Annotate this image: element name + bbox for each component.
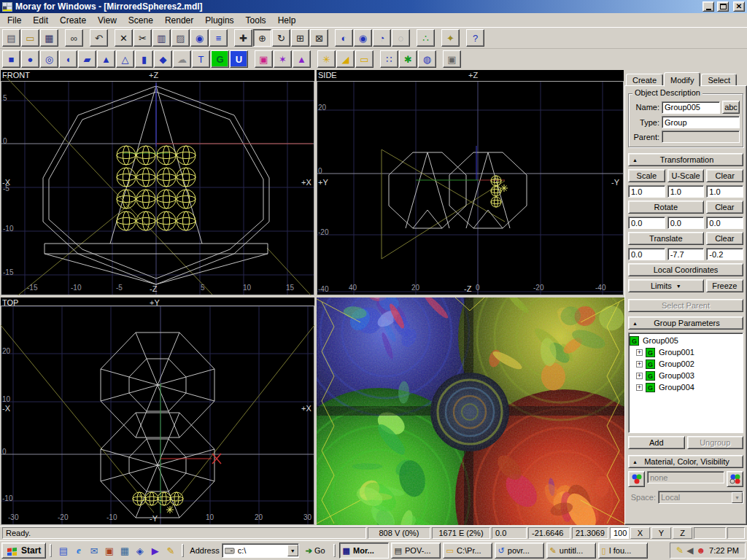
translate-z-field[interactable]: [706, 248, 743, 260]
create-lathe-button[interactable]: ◆: [154, 50, 172, 68]
pan-view-button[interactable]: ✚: [234, 29, 252, 47]
title-bar[interactable]: Moray for Windows - [MirroredSpheres2.md…: [0, 0, 747, 13]
create-difference-button[interactable]: ▣: [255, 50, 273, 68]
abc-button[interactable]: abc: [722, 101, 740, 114]
tree-item-group003[interactable]: +GGroup003: [630, 370, 742, 381]
paste-button[interactable]: ▨: [171, 29, 190, 47]
create-box-button[interactable]: ■: [2, 50, 20, 68]
delete-object-button[interactable]: ✕: [115, 29, 133, 47]
menu-help[interactable]: Help: [272, 14, 302, 27]
menu-tools[interactable]: Tools: [240, 14, 272, 27]
scale-y-field[interactable]: [667, 185, 705, 198]
graphics-tray-icon[interactable]: ✎: [676, 545, 684, 556]
create-intersection-button[interactable]: ✶: [274, 50, 292, 68]
new-file-button[interactable]: ▤: [2, 29, 20, 47]
save-file-button[interactable]: ▦: [40, 29, 58, 47]
axis-y-toggle[interactable]: Y: [651, 527, 671, 539]
expand-icon[interactable]: +: [636, 384, 643, 391]
restore-button[interactable]: [717, 1, 729, 12]
rotate-object-button[interactable]: ↻: [272, 29, 290, 47]
calculator-icon[interactable]: ▦: [117, 543, 132, 558]
viewport-front[interactable]: FRONT+Z-X+X-Z50-5-10-15-15-10-551015: [1, 70, 314, 295]
tile-viewports-button[interactable]: ⊠: [310, 29, 328, 47]
create-simulation-button[interactable]: ✱: [399, 50, 417, 68]
taskbar-grip[interactable]: [50, 544, 52, 557]
menu-plugins[interactable]: Plugins: [199, 14, 239, 27]
material-header[interactable]: ▲ Material, Color, Visibility: [628, 455, 743, 468]
create-sphere-button[interactable]: ●: [21, 50, 39, 68]
create-union-button[interactable]: U: [230, 50, 248, 68]
tab-create[interactable]: Create: [626, 74, 663, 86]
help-button[interactable]: ?: [466, 29, 484, 47]
wireframe-options-button[interactable]: ≡: [209, 29, 228, 47]
material-browse-button[interactable]: [628, 471, 645, 487]
open-file-button[interactable]: ▭: [21, 29, 39, 47]
address-input[interactable]: c:\ ▼: [222, 543, 299, 558]
expand-icon[interactable]: +: [636, 361, 643, 368]
rotate-z-field[interactable]: [706, 217, 743, 229]
ungroup-button[interactable]: Ungroup: [687, 436, 744, 449]
freeze-button[interactable]: Freeze: [706, 279, 743, 292]
create-area-light-button[interactable]: ▭: [355, 50, 374, 68]
tab-select[interactable]: Select: [701, 74, 737, 86]
undo-button[interactable]: ↶: [90, 29, 108, 47]
create-cone-button[interactable]: ▲: [97, 50, 115, 68]
add-button[interactable]: Add: [628, 436, 685, 449]
task-button-ifou[interactable]: ▯I fou...: [598, 542, 648, 559]
rotate-clear-button[interactable]: Clear: [706, 201, 743, 214]
norton-icon[interactable]: ◈: [132, 543, 147, 558]
expand-icon[interactable]: +: [636, 373, 643, 379]
create-text-button[interactable]: T: [192, 50, 210, 68]
create-point-light-button[interactable]: ✳: [317, 50, 336, 68]
media-channels-icon[interactable]: ▣: [101, 543, 117, 558]
render-scene-button[interactable]: ◉: [354, 29, 372, 47]
go-button[interactable]: ➔ Go: [301, 543, 330, 558]
material-edit-button[interactable]: [727, 471, 743, 487]
create-bicone-button[interactable]: △: [116, 50, 134, 68]
render-preview-button[interactable]: ∞: [65, 29, 83, 47]
name-field[interactable]: [662, 101, 720, 114]
minimize-button[interactable]: [703, 1, 714, 12]
render-region-button[interactable]: ◔: [373, 29, 391, 47]
translate-y-field[interactable]: [667, 248, 705, 260]
create-disc-button[interactable]: ◖: [59, 50, 77, 68]
create-spot-light-button[interactable]: ◢: [336, 50, 355, 68]
rotate-x-field[interactable]: [628, 217, 665, 229]
axis-z-toggle[interactable]: Z: [673, 527, 692, 539]
limits-button[interactable]: Limits ▼: [628, 279, 704, 292]
menu-scene[interactable]: Scene: [123, 14, 159, 27]
task-button-pov[interactable]: ▤POV-...: [391, 542, 441, 559]
cut-button[interactable]: ✂: [133, 29, 152, 47]
internet-explorer-icon[interactable]: e: [71, 543, 86, 558]
scale-button[interactable]: Scale: [628, 169, 665, 182]
group-parameters-header[interactable]: ▲ Group Parameters: [628, 316, 743, 330]
create-blob-button[interactable]: ☁: [173, 50, 191, 68]
maximize-viewport-button[interactable]: ⊞: [291, 29, 309, 47]
tab-modify[interactable]: Modify: [664, 72, 700, 87]
viewport-top[interactable]: TOP+Y-X+X-Y20100-10-30-20-10102030: [1, 298, 314, 525]
chevron-down-icon[interactable]: ▼: [287, 545, 298, 556]
create-plane-button[interactable]: ▰: [78, 50, 96, 68]
viewport-splitter-horizontal[interactable]: [0, 295, 624, 298]
menu-render[interactable]: Render: [159, 14, 199, 27]
axis-x-toggle[interactable]: X: [630, 527, 650, 539]
viewport-splitter-vertical[interactable]: [314, 70, 317, 525]
scale-clear-button[interactable]: Clear: [706, 169, 743, 182]
render-stop-button[interactable]: ◌: [392, 29, 410, 47]
create-cylinder-button[interactable]: ▮: [135, 50, 153, 68]
clock[interactable]: 7:22 PM: [709, 546, 739, 555]
outlook-express-icon[interactable]: ✉: [86, 543, 101, 558]
edit-points-button[interactable]: ◉: [190, 29, 209, 47]
create-material-button[interactable]: ∷: [380, 50, 398, 68]
menu-edit[interactable]: Edit: [27, 14, 54, 27]
task-button-untitl[interactable]: ✎untitl...: [546, 542, 596, 559]
taskbar-grip[interactable]: [182, 544, 184, 557]
menu-file[interactable]: File: [1, 14, 27, 27]
viewport-camera-render[interactable]: [317, 298, 624, 525]
close-button[interactable]: ✕: [733, 1, 745, 12]
translate-x-field[interactable]: [628, 248, 665, 260]
task-button-cpr[interactable]: ▭C:\Pr...: [443, 542, 492, 559]
create-torus-button[interactable]: ◎: [40, 50, 58, 68]
select-by-color-button[interactable]: ∴: [417, 29, 435, 47]
copy-button[interactable]: ▥: [152, 29, 171, 47]
